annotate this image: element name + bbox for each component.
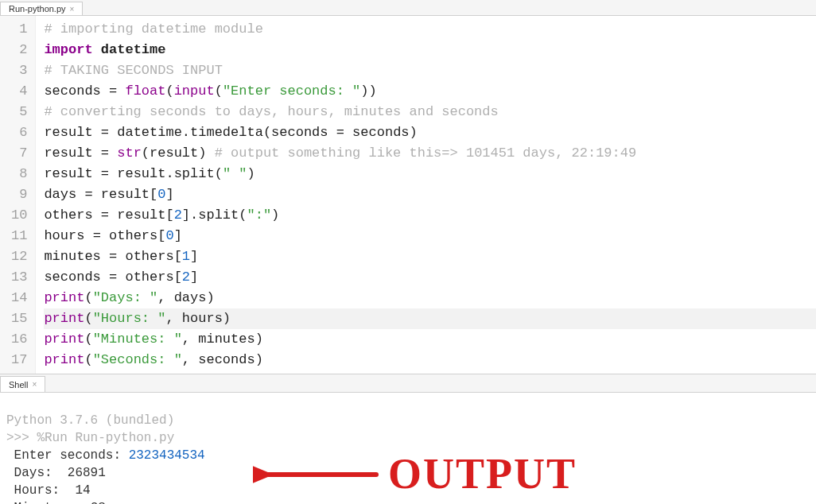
shell-output-value: 14 bbox=[75, 483, 90, 498]
shell-panel: Shell × Python 3.7.6 (bundled) >>> %Run … bbox=[0, 374, 816, 504]
line-number: 11 bbox=[11, 226, 27, 246]
line-number: 8 bbox=[11, 164, 27, 184]
editor-tab-label: Run-python.py bbox=[9, 4, 66, 14]
code-line[interactable]: # converting seconds to days, hours, min… bbox=[44, 102, 816, 122]
line-number: 5 bbox=[11, 102, 27, 122]
editor-tab[interactable]: Run-python.py × bbox=[0, 2, 83, 15]
code-line[interactable]: seconds = float(input("Enter seconds: ")… bbox=[44, 81, 816, 102]
shell-output-label: Days: bbox=[6, 466, 68, 480]
line-number: 7 bbox=[11, 143, 27, 164]
shell-output-label: Enter seconds: bbox=[6, 448, 129, 463]
line-number: 17 bbox=[11, 350, 27, 370]
code-line[interactable]: minutes = others[1] bbox=[44, 246, 816, 267]
close-icon[interactable]: × bbox=[32, 380, 37, 389]
code-line[interactable]: seconds = others[2] bbox=[44, 267, 816, 288]
code-line[interactable]: others = result[2].split(":") bbox=[44, 205, 816, 226]
code-line[interactable]: result = result.split(" ") bbox=[44, 164, 816, 184]
shell-output-label: Hours: bbox=[6, 483, 75, 498]
line-number: 6 bbox=[11, 122, 27, 143]
line-number: 12 bbox=[11, 246, 27, 267]
code-line[interactable]: print("Days: ", days) bbox=[44, 288, 816, 308]
shell-output-value: 2323434534 bbox=[129, 448, 205, 463]
code-line[interactable]: days = result[0] bbox=[44, 184, 816, 205]
shell-prompt: >>> bbox=[6, 431, 37, 445]
line-number: 4 bbox=[11, 81, 27, 102]
line-number: 13 bbox=[11, 267, 27, 288]
code-line[interactable]: result = str(result) # output something … bbox=[44, 143, 816, 164]
code-line[interactable]: result = datetime.timedelta(seconds = se… bbox=[44, 122, 816, 143]
shell-tab-bar: Shell × bbox=[0, 374, 816, 393]
line-number: 15 bbox=[11, 308, 27, 329]
code-line[interactable]: print("Hours: ", hours) bbox=[44, 308, 816, 329]
output-annotation: OUTPUT bbox=[207, 419, 620, 490]
line-number: 1 bbox=[11, 19, 27, 40]
line-number: 10 bbox=[11, 205, 27, 226]
line-number-gutter: 1234567891011121314151617 bbox=[0, 16, 36, 374]
code-line[interactable]: # importing datetime module bbox=[44, 19, 816, 40]
code-area[interactable]: # importing datetime moduleimport dateti… bbox=[36, 16, 816, 374]
shell-command: %Run Run-python.py bbox=[37, 431, 174, 445]
python-version: Python 3.7.6 (bundled) bbox=[6, 413, 174, 428]
line-number: 16 bbox=[11, 329, 27, 350]
line-number: 3 bbox=[11, 60, 27, 81]
shell-tab[interactable]: Shell × bbox=[0, 376, 45, 392]
shell-output[interactable]: Python 3.7.6 (bundled) >>> %Run Run-pyth… bbox=[0, 393, 816, 504]
shell-output-value: 28 bbox=[91, 501, 106, 504]
editor-tab-bar: Run-python.py × bbox=[0, 0, 816, 16]
code-line[interactable]: print("Minutes: ", minutes) bbox=[44, 329, 816, 350]
line-number: 2 bbox=[11, 40, 27, 60]
line-number: 9 bbox=[11, 184, 27, 205]
code-editor[interactable]: 1234567891011121314151617 # importing da… bbox=[0, 16, 816, 374]
shell-output-label: Minutes: bbox=[6, 501, 91, 504]
shell-output-value: 26891 bbox=[68, 466, 106, 480]
code-line[interactable]: print("Seconds: ", seconds) bbox=[44, 350, 816, 370]
shell-tab-label: Shell bbox=[9, 380, 28, 390]
line-number: 14 bbox=[11, 288, 27, 308]
code-line[interactable]: # TAKING SECONDS INPUT bbox=[44, 60, 816, 81]
close-icon[interactable]: × bbox=[70, 5, 75, 14]
code-line[interactable]: hours = others[0] bbox=[44, 226, 816, 246]
annotation-text: OUTPUT bbox=[388, 450, 577, 498]
code-line[interactable]: import datetime bbox=[44, 40, 816, 60]
